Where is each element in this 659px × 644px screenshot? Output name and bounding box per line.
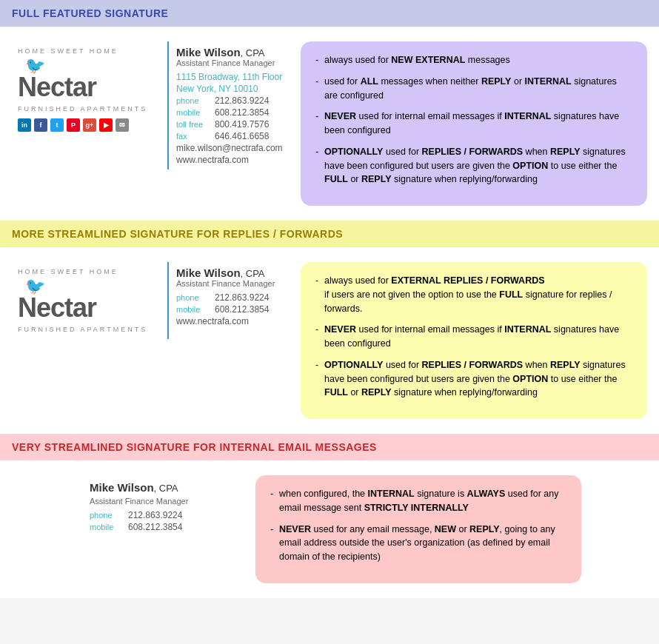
streamlined-home-label: HOME SWEET HOME xyxy=(18,268,118,275)
nectar-name: Nectar xyxy=(18,74,96,101)
full-address2: New York, NY 10010 xyxy=(176,84,293,94)
streamlined-signature-section: MORE STREAMLINED SIGNATURE FOR REPLIES /… xyxy=(0,221,659,434)
internal-person-name: Mike Wilson, CPA xyxy=(90,481,236,494)
streamlined-mobile-row: mobile 608.212.3854 xyxy=(176,304,293,315)
full-bubble-item-2: used for ALL messages when neither REPLY… xyxy=(315,75,632,103)
internal-section-body: Mike Wilson, CPA Assistant Finance Manag… xyxy=(0,460,659,598)
streamlined-bubble-list: always used for EXTERNAL REPLIES / FORWA… xyxy=(315,274,632,400)
full-section-header: FULL FEATURED SIGNATURE xyxy=(0,0,659,27)
streamlined-sig-details: Mike Wilson, CPA Assistant Finance Manag… xyxy=(176,262,293,339)
fax-label: fax xyxy=(176,132,212,141)
full-person-name: Mike Wilson, CPA xyxy=(176,46,293,58)
pinterest-icon[interactable]: P xyxy=(67,118,80,132)
internal-mobile-row: mobile 608.212.3854 xyxy=(90,522,236,532)
full-email: mike.wilson@nectrafa.com xyxy=(176,143,293,153)
phone-label: phone xyxy=(176,96,212,105)
googleplus-icon[interactable]: g+ xyxy=(83,118,96,132)
full-bubble-list: always used for NEW EXTERNAL messages us… xyxy=(315,53,632,187)
streamlined-logo-area: HOME SWEET HOME 🐦 Nectar Furnished Apart… xyxy=(12,262,160,339)
full-tollfree-row: toll free 800.419.7576 xyxy=(176,119,293,130)
mobile-label: mobile xyxy=(176,108,212,117)
internal-bubble-list: when configured, the INTERNAL signature … xyxy=(270,487,566,564)
furnished-label: Furnished Apartments xyxy=(18,105,147,113)
internal-info-bubble: when configured, the INTERNAL signature … xyxy=(255,475,581,583)
streamlined-sig-divider xyxy=(167,262,169,339)
full-phone-value: 212.863.9224 xyxy=(215,95,269,106)
internal-bubble-item-2: NEVER used for any email message, NEW or… xyxy=(270,523,566,564)
full-web: www.nectrafa.com xyxy=(176,155,293,165)
internal-sig-card: Mike Wilson, CPA Assistant Finance Manag… xyxy=(78,475,248,540)
streamlined-bubble-item-1: always used for EXTERNAL REPLIES / FORWA… xyxy=(315,274,632,315)
streamlined-person-title: Assistant Finance Manager xyxy=(176,279,293,288)
linkedin-icon[interactable]: in xyxy=(18,118,31,132)
internal-signature-section: VERY STREAMLINED SIGNATURE FOR INTERNAL … xyxy=(0,434,659,598)
internal-section-header: VERY STREAMLINED SIGNATURE FOR INTERNAL … xyxy=(0,434,659,460)
full-mobile-value: 608.212.3854 xyxy=(215,107,269,118)
full-address1: 1115 Broadway, 11th Floor xyxy=(176,72,293,82)
full-signature-section: FULL FEATURED SIGNATURE HOME SWEET HOME … xyxy=(0,0,659,221)
youtube-icon[interactable]: ▶ xyxy=(99,118,113,132)
full-phone-row: phone 212.863.9224 xyxy=(176,95,293,106)
full-bubble-item-1: always used for NEW EXTERNAL messages xyxy=(315,53,632,67)
streamlined-section-body: HOME SWEET HOME 🐦 Nectar Furnished Apart… xyxy=(0,247,659,434)
streamlined-nectar-name: Nectar xyxy=(18,295,96,321)
social-icons-row: in f t P g+ ▶ ✉ xyxy=(18,118,129,132)
internal-mobile-value: 608.212.3854 xyxy=(128,522,182,532)
streamlined-phone-value: 212.863.9224 xyxy=(215,292,269,303)
twitter-icon[interactable]: t xyxy=(50,118,64,132)
home-sweet-home-label: HOME SWEET HOME xyxy=(18,47,118,55)
full-mobile-row: mobile 608.212.3854 xyxy=(176,107,293,118)
streamlined-bubble-item-3: OPTIONALLY used for REPLIES / FORWARDS w… xyxy=(315,358,632,400)
full-fax-value: 646.461.6658 xyxy=(215,131,269,141)
sig-divider xyxy=(167,41,169,170)
streamlined-bubble-item-2: NEVER used for internal email messages i… xyxy=(315,323,632,351)
full-info-bubble: always used for NEW EXTERNAL messages us… xyxy=(301,41,647,206)
full-sig-details: Mike Wilson, CPA Assistant Finance Manag… xyxy=(176,41,293,170)
streamlined-sig-card: HOME SWEET HOME 🐦 Nectar Furnished Apart… xyxy=(12,262,293,339)
streamlined-info-bubble: always used for EXTERNAL REPLIES / FORWA… xyxy=(301,262,647,419)
internal-phone-value: 212.863.9224 xyxy=(128,510,182,520)
full-fax-row: fax 646.461.6658 xyxy=(176,131,293,141)
streamlined-mobile-value: 608.212.3854 xyxy=(215,304,269,315)
full-section-body: HOME SWEET HOME 🐦 Nectar Furnished Apart… xyxy=(0,27,659,221)
tollfree-label: toll free xyxy=(176,120,212,129)
full-sig-card: HOME SWEET HOME 🐦 Nectar Furnished Apart… xyxy=(12,41,293,170)
streamlined-furnished-label: Furnished Apartments xyxy=(18,326,147,333)
internal-mobile-label: mobile xyxy=(90,523,125,531)
streamlined-phone-row: phone 212.863.9224 xyxy=(176,292,293,303)
facebook-icon[interactable]: f xyxy=(34,118,47,132)
internal-bubble-item-1: when configured, the INTERNAL signature … xyxy=(270,487,566,515)
internal-phone-row: phone 212.863.9224 xyxy=(90,510,236,520)
streamlined-phone-label: phone xyxy=(176,293,212,302)
streamlined-section-header: MORE STREAMLINED SIGNATURE FOR REPLIES /… xyxy=(0,221,659,247)
streamlined-person-name: Mike Wilson, CPA xyxy=(176,266,293,279)
full-bubble-item-4: OPTIONALLY used for REPLIES / FORWARDS w… xyxy=(315,145,632,187)
full-person-title: Assistant Finance Manager xyxy=(176,58,293,67)
full-logo-area: HOME SWEET HOME 🐦 Nectar Furnished Apart… xyxy=(12,41,160,170)
streamlined-web: www.nectrafa.com xyxy=(176,316,293,326)
internal-person-title: Assistant Finance Manager xyxy=(90,497,236,506)
email-icon[interactable]: ✉ xyxy=(116,118,129,132)
streamlined-mobile-label: mobile xyxy=(176,305,212,314)
full-bubble-item-3: NEVER used for internal email messages i… xyxy=(315,110,632,138)
nectar-logo: 🐦 Nectar xyxy=(18,58,96,101)
streamlined-nectar-logo: 🐦 Nectar xyxy=(18,278,96,321)
internal-phone-label: phone xyxy=(90,511,125,520)
full-tollfree-value: 800.419.7576 xyxy=(215,119,269,130)
